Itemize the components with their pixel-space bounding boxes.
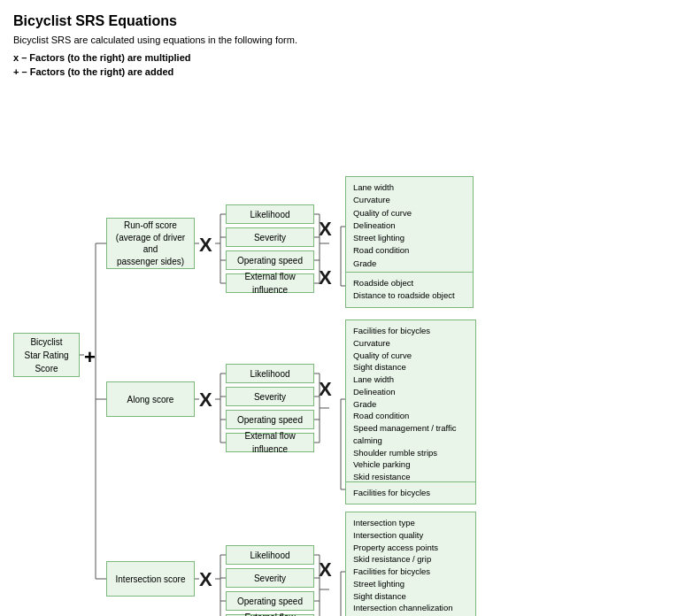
along-likelihood: Likelihood bbox=[226, 364, 314, 383]
run-off-x2: X bbox=[319, 218, 332, 241]
run-off-x1: X bbox=[199, 234, 212, 257]
run-off-factors-2: Roadside objectDistance to roadside obje… bbox=[345, 272, 474, 308]
along-external: External flow influence bbox=[226, 433, 314, 452]
run-off-x3: X bbox=[319, 266, 332, 289]
plus-symbol-legend: + bbox=[13, 66, 19, 77]
along-x1: X bbox=[199, 389, 212, 412]
intersection-operating-speed: Operating speed bbox=[226, 591, 314, 611]
star-rating-box: BicyclistStar Rating Score bbox=[13, 333, 80, 377]
run-off-operating-speed: Operating speed bbox=[226, 250, 314, 270]
legend-multiply: x – Factors (to the right) are multiplie… bbox=[13, 52, 665, 63]
along-x2: X bbox=[319, 378, 332, 401]
legend-add-text: – Factors (to the right) are added bbox=[22, 66, 174, 77]
intersection-score-box: Intersection score bbox=[106, 561, 195, 597]
along-factors-1: Facilities for bicyclesCurvatureQuality … bbox=[345, 320, 476, 501]
run-off-external: External flow influence bbox=[226, 273, 314, 293]
legend-add: + – Factors (to the right) are added bbox=[13, 66, 665, 77]
intersection-x1: X bbox=[199, 568, 212, 591]
intersection-likelihood: Likelihood bbox=[226, 545, 314, 565]
intersection-factors-1: Intersection typeIntersection qualityPro… bbox=[345, 512, 476, 616]
plus-symbol: + bbox=[84, 346, 96, 369]
intersection-x2: X bbox=[319, 558, 332, 581]
x-symbol-legend: x bbox=[13, 52, 19, 63]
run-off-score-box: Run-off score(average of driver andpasse… bbox=[106, 218, 195, 269]
along-score-box: Along score bbox=[106, 381, 195, 417]
run-off-likelihood: Likelihood bbox=[226, 204, 314, 224]
legend-multiply-text: – Factors (to the right) are multiplied bbox=[21, 52, 190, 63]
along-factors-2: Facilities for bicycles bbox=[345, 481, 476, 504]
subtitle: Bicyclist SRS are calculated using equat… bbox=[13, 35, 665, 45]
along-severity: Severity bbox=[226, 387, 314, 406]
along-operating-speed: Operating speed bbox=[226, 410, 314, 429]
intersection-severity: Severity bbox=[226, 568, 314, 588]
run-off-severity: Severity bbox=[226, 227, 314, 247]
diagram: BicyclistStar Rating Score + Run-off sco… bbox=[13, 81, 677, 616]
page-title: Bicyclist SRS Equations bbox=[13, 13, 665, 29]
